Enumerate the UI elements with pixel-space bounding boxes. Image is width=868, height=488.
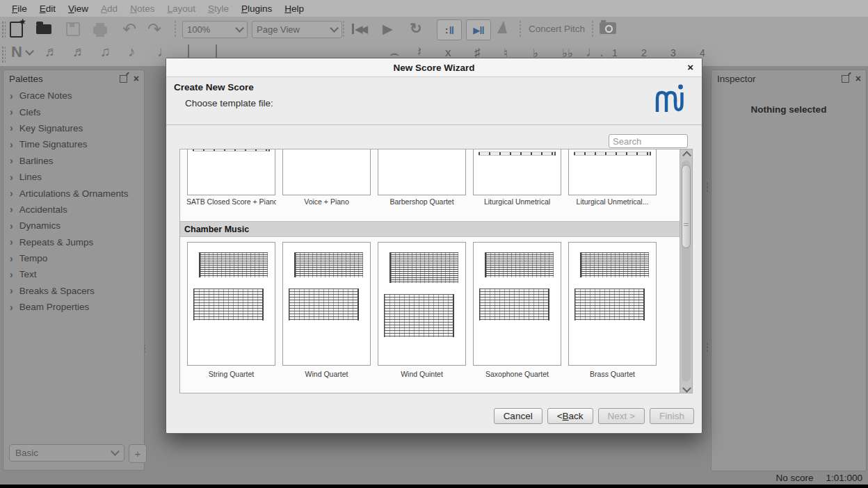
- menu-style[interactable]: Style: [202, 1, 235, 16]
- palette-item-label: Key Signatures: [19, 123, 83, 133]
- loop-playback-button[interactable]: ↻: [410, 21, 422, 35]
- toolbar-drag-handle[interactable]: [1, 21, 6, 38]
- template-card-liturgical-unmetrical[interactable]: [568, 149, 657, 195]
- template-label: Liturgical Unmetrical...: [568, 197, 657, 206]
- note-16th-button[interactable]: ♫: [100, 44, 111, 60]
- palette-item-accidentals[interactable]: ›Accidentals: [3, 202, 144, 218]
- splitter-handle[interactable]: [706, 182, 709, 193]
- print-button[interactable]: [93, 22, 107, 34]
- back-button[interactable]: < Back: [547, 408, 593, 424]
- concert-pitch-button[interactable]: Concert Pitch: [529, 24, 585, 34]
- note-64th-icon: ♬: [45, 44, 58, 60]
- new-score-icon: ★: [10, 22, 23, 38]
- palette-item-tempo[interactable]: ›Tempo: [3, 250, 144, 266]
- template-card-string-quartet[interactable]: [187, 242, 275, 366]
- splitter-handle[interactable]: [706, 342, 709, 353]
- chevron-down-icon: [235, 24, 244, 33]
- template-card-wind-quintet[interactable]: [378, 242, 466, 366]
- palette-item-grace-notes[interactable]: ›Grace Notes: [3, 88, 144, 104]
- camera-icon: [600, 22, 616, 34]
- template-card-barbershop-quartet[interactable]: [378, 149, 466, 195]
- float-panel-icon[interactable]: [120, 75, 127, 83]
- menu-help[interactable]: Help: [278, 1, 310, 16]
- template-card-satb-closed-score-piano[interactable]: [187, 149, 275, 195]
- palette-item-beam-properties[interactable]: ›Beam Properties: [3, 299, 144, 315]
- chevron-right-icon: ›: [10, 269, 13, 280]
- undo-button[interactable]: ↶: [122, 19, 136, 39]
- menu-plugins[interactable]: Plugins: [235, 1, 278, 16]
- menu-view[interactable]: View: [62, 1, 95, 16]
- scroll-up-icon[interactable]: [683, 152, 689, 158]
- pan-score-toggle[interactable]: ▶‖: [466, 19, 491, 40]
- musescore-window: FileEditViewAddNotesLayoutStylePluginsHe…: [0, 0, 868, 488]
- open-file-button[interactable]: [36, 22, 51, 34]
- note-input-button[interactable]: N: [11, 43, 33, 61]
- metronome-button[interactable]: [498, 21, 508, 33]
- dialog-close-icon[interactable]: ×: [687, 61, 693, 73]
- image-capture-button[interactable]: [600, 22, 616, 34]
- repeat-dots-icon: :: [445, 25, 448, 35]
- pan-play-icon: ▶: [473, 25, 479, 35]
- workspace-combobox[interactable]: Basic: [9, 444, 124, 462]
- note-whole-button[interactable]: [216, 43, 217, 58]
- staff-system: [384, 294, 454, 337]
- redo-button[interactable]: ↷: [147, 19, 161, 39]
- new-score-button[interactable]: ★: [10, 22, 23, 38]
- template-card-wind-quartet[interactable]: [282, 242, 371, 366]
- view-mode-combobox[interactable]: Page View: [252, 21, 342, 38]
- template-card-brass-quartet[interactable]: [568, 242, 657, 366]
- voice-3-button[interactable]: 3: [670, 47, 676, 58]
- cancel-button[interactable]: Cancel: [494, 408, 542, 424]
- voice-2-button[interactable]: 2: [641, 47, 647, 58]
- float-panel-icon[interactable]: [842, 75, 849, 83]
- chevron-right-icon: ›: [10, 90, 13, 101]
- play-button[interactable]: ▶: [383, 22, 393, 35]
- pan-bars-icon: ‖: [479, 24, 483, 36]
- rewind-button[interactable]: ◀◀: [352, 24, 365, 34]
- splitter-handle[interactable]: [143, 343, 146, 355]
- palette-item-dynamics[interactable]: ›Dynamics: [3, 218, 144, 234]
- dialog-titlebar[interactable]: New Score Wizard ×: [166, 58, 702, 77]
- menu-add[interactable]: Add: [95, 1, 124, 16]
- save-button[interactable]: [66, 22, 80, 36]
- menu-layout[interactable]: Layout: [161, 1, 202, 16]
- play-repeats-toggle[interactable]: :‖: [437, 19, 462, 40]
- template-search-input[interactable]: [609, 134, 688, 148]
- template-card-saxophone-quartet[interactable]: [473, 242, 561, 366]
- note-64th-button[interactable]: ♬: [45, 44, 58, 60]
- scroll-down-icon[interactable]: [683, 385, 689, 391]
- palette-item-barlines[interactable]: ›Barlines: [3, 153, 144, 169]
- zoom-combobox[interactable]: 100%: [182, 21, 248, 38]
- palette-item-articulations-ornaments[interactable]: ›Articulations & Ornaments: [3, 185, 144, 201]
- palette-item-text[interactable]: ›Text: [3, 266, 144, 282]
- palette-item-key-signatures[interactable]: ›Key Signatures: [3, 120, 144, 136]
- menu-notes[interactable]: Notes: [124, 1, 161, 16]
- inspector-title: Inspector: [717, 74, 842, 84]
- note-eighth-button[interactable]: ♪: [128, 44, 135, 60]
- template-scrollbar[interactable]: [680, 149, 692, 393]
- scrollbar-thumb[interactable]: [682, 165, 691, 248]
- menu-edit[interactable]: Edit: [33, 1, 62, 16]
- inspector-panel: Inspector × Nothing selected: [711, 70, 867, 471]
- palette-item-time-signatures[interactable]: ›Time Signatures: [3, 136, 144, 152]
- palette-item-clefs[interactable]: ›Clefs: [3, 104, 144, 120]
- template-card-voice-piano[interactable]: [282, 149, 371, 195]
- note-half-button[interactable]: [188, 43, 189, 58]
- palette-item-breaks-spacers[interactable]: ›Breaks & Spacers: [3, 283, 144, 299]
- palette-item-lines[interactable]: ›Lines: [3, 169, 144, 185]
- menu-file[interactable]: File: [6, 1, 33, 16]
- template-card-liturgical-unmetrical[interactable]: [473, 149, 561, 195]
- open-folder-icon: [36, 24, 51, 34]
- palette-item-label: Text: [19, 269, 37, 279]
- toolbar-drag-handle[interactable]: [1, 46, 6, 63]
- close-panel-icon[interactable]: ×: [855, 74, 861, 83]
- add-workspace-button[interactable]: +: [129, 444, 147, 463]
- note-32nd-button[interactable]: ♬: [72, 44, 86, 60]
- chevron-right-icon: ›: [10, 188, 13, 199]
- window-bottom-edge: [0, 485, 868, 488]
- status-bar: No score 1:01:000: [0, 471, 868, 485]
- voice-1-button[interactable]: 1: [612, 47, 618, 58]
- close-panel-icon[interactable]: ×: [134, 74, 139, 83]
- voice-4-button[interactable]: 4: [700, 47, 705, 58]
- palette-item-repeats-jumps[interactable]: ›Repeats & Jumps: [3, 234, 144, 250]
